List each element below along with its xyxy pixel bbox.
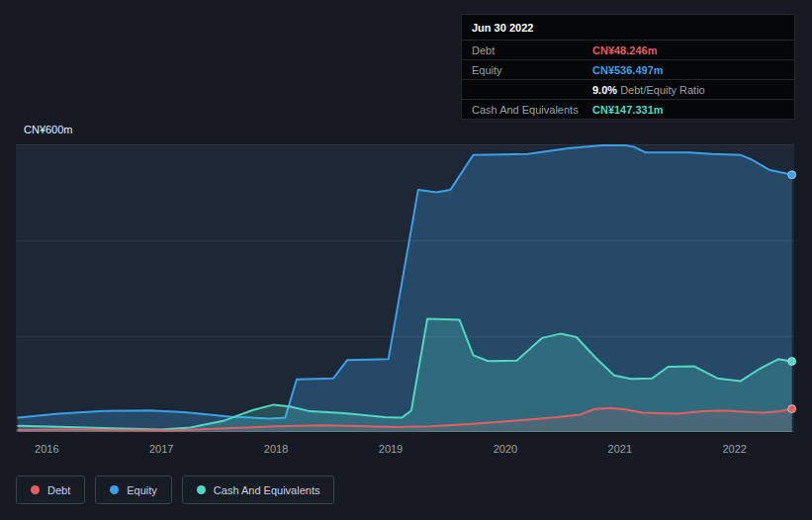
tooltip-cash-label: Cash And Equivalents <box>472 104 592 116</box>
chart-plot-area[interactable] <box>16 144 794 432</box>
x-tick-2020: 2020 <box>494 443 517 455</box>
x-tick-2022: 2022 <box>722 443 746 455</box>
x-tick-2018: 2018 <box>264 443 288 455</box>
legend-item-label: Equity <box>127 484 157 496</box>
tooltip-cash-value: CN¥147.331m <box>592 104 664 116</box>
tooltip-equity-value: CN¥536.497m <box>592 64 664 76</box>
x-tick-2016: 2016 <box>35 443 58 455</box>
cash-and-equivalents-end-dot <box>788 358 796 366</box>
equity-end-dot <box>788 171 796 179</box>
tooltip-ratio-value: 9.0% <box>592 84 617 96</box>
debt-equity-chart-page: CN¥600m CN¥0 201620172018201920202021202… <box>0 0 812 520</box>
tooltip-debt-row: Debt CN¥48.246m <box>462 40 794 59</box>
tooltip-ratio-row: 9.0% Debt/Equity Ratio <box>462 79 794 99</box>
tooltip-equity-label: Equity <box>472 64 592 76</box>
tooltip-debt-value: CN¥48.246m <box>592 44 657 56</box>
tooltip-ratio-value-group: 9.0% Debt/Equity Ratio <box>592 84 705 96</box>
y-axis-max-label: CN¥600m <box>24 124 73 135</box>
legend-item-equity[interactable]: Equity <box>95 476 172 504</box>
cash-legend-dot-icon <box>197 485 206 494</box>
tooltip-debt-label: Debt <box>472 44 592 56</box>
debt-legend-dot-icon <box>31 485 40 494</box>
tooltip-cash-row: Cash And Equivalents CN¥147.331m <box>462 99 794 119</box>
tooltip-ratio-label: Debt/Equity Ratio <box>620 84 705 96</box>
legend-item-debt[interactable]: Debt <box>16 476 85 504</box>
equity-legend-dot-icon <box>110 485 119 494</box>
debt-end-dot <box>788 405 796 413</box>
legend-item-label: Cash And Equivalents <box>214 484 320 496</box>
x-axis: 2016201720182019202020212022 <box>16 443 794 457</box>
x-tick-2019: 2019 <box>379 443 403 455</box>
legend-item-cash[interactable]: Cash And Equivalents <box>182 476 335 504</box>
x-tick-2021: 2021 <box>608 443 632 455</box>
tooltip-equity-row: Equity CN¥536.497m <box>462 59 794 79</box>
x-tick-2017: 2017 <box>149 443 173 455</box>
tooltip-date: Jun 30 2022 <box>462 15 794 40</box>
chart-legend: Debt Equity Cash And Equivalents <box>16 476 334 504</box>
legend-item-label: Debt <box>47 484 70 496</box>
chart-tooltip: Jun 30 2022 Debt CN¥48.246m Equity CN¥53… <box>461 14 795 120</box>
chart-svg <box>16 144 794 432</box>
